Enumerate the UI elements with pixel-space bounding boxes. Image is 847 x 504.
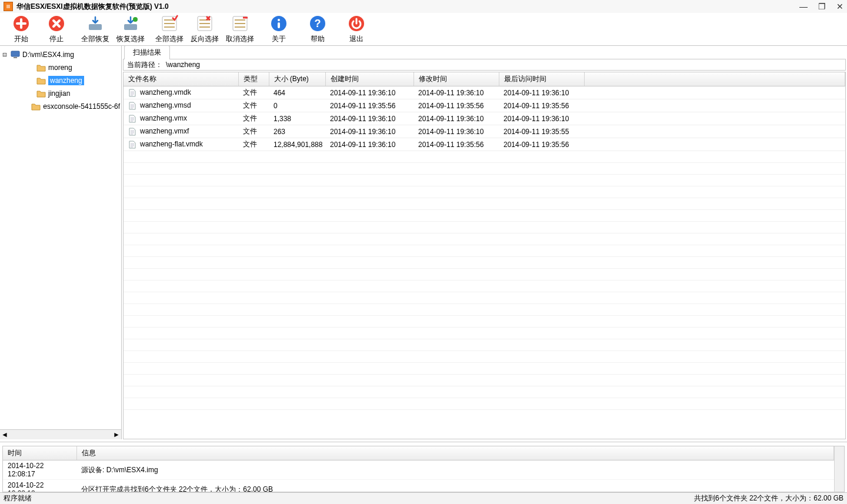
about-button[interactable]: 关于: [261, 14, 296, 45]
checklist-all-icon: [160, 14, 179, 33]
tree-folder-item[interactable]: jingjian: [1, 87, 120, 100]
table-row-empty: [124, 233, 845, 245]
start-button[interactable]: 开始: [4, 14, 39, 45]
table-row-empty: [124, 175, 845, 186]
table-row[interactable]: wanzheng.vmx文件1,3382014-09-11 19:36:1020…: [124, 112, 845, 125]
table-row-empty: [124, 186, 845, 198]
recover-all-button[interactable]: 全部恢复: [78, 14, 113, 45]
col-ctime[interactable]: 创建时间: [325, 72, 414, 86]
tree-view[interactable]: ⊟ D:\vm\ESX4.img morengwanzhengjingjiane…: [0, 46, 121, 429]
cell-name: wanzheng.vmdk: [140, 88, 191, 96]
window-minimize-button[interactable]: —: [799, 2, 808, 11]
table-row[interactable]: wanzheng.vmsd文件02014-09-11 19:35:562014-…: [124, 99, 845, 112]
cell-type: 文件: [238, 99, 269, 112]
log-row[interactable]: 2014-10-22 12:08:18分区打开完成共找到6个文件夹 22个文件，…: [3, 480, 834, 492]
tree-horizontal-scrollbar[interactable]: ◄ ►: [0, 429, 121, 439]
file-icon: [128, 89, 136, 97]
select-all-button[interactable]: 全部选择: [152, 14, 187, 45]
log-col-time[interactable]: 时间: [3, 446, 76, 460]
status-ready: 程序就绪: [4, 493, 32, 503]
question-circle-icon: ?: [308, 14, 327, 33]
log-cell-time: 2014-10-22 12:08:18: [3, 480, 76, 492]
cell-size: 0: [269, 99, 325, 112]
svg-rect-11: [278, 22, 280, 28]
folder-icon: [36, 76, 46, 85]
file-grid[interactable]: 文件名称 类型 大小 (Byte) 创建时间 修改时间 最后访问时间 wanzh…: [123, 72, 846, 439]
col-type[interactable]: 类型: [238, 72, 269, 86]
tree-pane: ⊟ D:\vm\ESX4.img morengwanzhengjingjiane…: [0, 46, 122, 439]
cell-atime: 2014-09-11 19:36:10: [499, 112, 584, 125]
table-row[interactable]: wanzheng.vmxf文件2632014-09-11 19:36:10201…: [124, 125, 845, 138]
log-row[interactable]: 2014-10-22 12:08:17源设备: D:\vm\ESX4.img: [3, 460, 834, 480]
cell-atime: 2014-09-11 19:35:56: [499, 99, 584, 112]
window-close-button[interactable]: ✕: [836, 2, 843, 11]
cell-atime: 2014-09-11 19:35:55: [499, 125, 584, 138]
log-grid[interactable]: 时间 信息 2014-10-22 12:08:17源设备: D:\vm\ESX4…: [3, 446, 834, 492]
cell-name: wanzheng.vmsd: [140, 101, 191, 109]
recover-selected-button[interactable]: 恢复选择: [113, 14, 148, 45]
tree-root[interactable]: ⊟ D:\vm\ESX4.img: [1, 48, 120, 61]
cancel-select-button[interactable]: 取消选择: [222, 14, 258, 45]
cell-size: 1,338: [269, 112, 325, 125]
tree-folder-item[interactable]: esxconsole-5411555c-6f: [1, 100, 120, 113]
table-row-empty: [124, 398, 845, 410]
invert-select-button[interactable]: 反向选择: [187, 14, 222, 45]
tab-scan-result[interactable]: 扫描结果: [124, 45, 170, 59]
table-row-empty: [124, 292, 845, 304]
recover-selected-label: 恢复选择: [116, 34, 145, 44]
tree-folder-item[interactable]: moreng: [1, 61, 120, 74]
tab-scan-result-label: 扫描结果: [133, 48, 161, 56]
folder-icon: [36, 89, 46, 98]
table-row-empty: [124, 198, 845, 210]
svg-rect-4: [124, 24, 137, 30]
col-mtime[interactable]: 修改时间: [414, 72, 499, 86]
grid-header-row: 文件名称 类型 大小 (Byte) 创建时间 修改时间 最后访问时间: [124, 72, 845, 86]
cancel-select-label: 取消选择: [226, 34, 254, 44]
checklist-invert-icon: [195, 14, 214, 33]
col-name[interactable]: 文件名称: [124, 72, 238, 86]
log-vertical-scrollbar[interactable]: [834, 446, 844, 492]
tree-folder-item[interactable]: wanzheng: [1, 74, 120, 87]
cell-size: 263: [269, 125, 325, 138]
cell-atime: 2014-09-11 19:35:56: [499, 138, 584, 151]
cell-mtime: 2014-09-11 19:36:10: [414, 125, 499, 138]
scroll-right-icon[interactable]: ►: [113, 430, 120, 439]
cell-name: wanzheng.vmxf: [140, 127, 189, 135]
table-row-empty: [124, 351, 845, 363]
plus-circle-icon: [12, 14, 31, 33]
window-maximize-button[interactable]: ❐: [818, 2, 826, 11]
exit-button[interactable]: 退出: [339, 14, 374, 45]
help-label: 帮助: [311, 34, 325, 44]
tree-item-label: wanzheng: [48, 76, 84, 85]
log-cell-info: 源设备: D:\vm\ESX4.img: [76, 460, 834, 480]
table-row-empty: [124, 210, 845, 222]
svg-point-10: [278, 19, 280, 21]
file-icon: [128, 141, 136, 149]
help-button[interactable]: ? 帮助: [300, 14, 335, 45]
collapse-icon[interactable]: ⊟: [1, 51, 8, 59]
disk-arrow-all-icon: [86, 14, 105, 33]
cell-type: 文件: [238, 125, 269, 138]
computer-icon: [11, 50, 20, 59]
col-atime[interactable]: 最后访问时间: [499, 72, 584, 86]
table-row-empty: [124, 151, 845, 163]
cell-ctime: 2014-09-11 19:36:10: [325, 86, 414, 99]
stop-button[interactable]: 停止: [39, 14, 74, 45]
tree-item-label: jingjian: [48, 89, 70, 98]
cell-ctime: 2014-09-11 19:36:10: [325, 112, 414, 125]
cell-mtime: 2014-09-11 19:35:56: [414, 99, 499, 112]
log-col-info[interactable]: 信息: [76, 446, 834, 460]
app-icon: [4, 2, 13, 11]
table-row-empty: [124, 304, 845, 316]
cell-mtime: 2014-09-11 19:36:10: [414, 86, 499, 99]
scroll-left-icon[interactable]: ◄: [1, 430, 8, 439]
col-size[interactable]: 大小 (Byte): [269, 72, 325, 86]
table-row[interactable]: wanzheng-flat.vmdk文件12,884,901,8882014-0…: [124, 138, 845, 151]
log-pane: 时间 信息 2014-10-22 12:08:17源设备: D:\vm\ESX4…: [0, 442, 847, 492]
table-row-empty: [124, 386, 845, 398]
cell-mtime: 2014-09-11 19:35:56: [414, 138, 499, 151]
svg-text:?: ?: [315, 18, 321, 29]
svg-point-5: [133, 17, 138, 22]
table-row[interactable]: wanzheng.vmdk文件4642014-09-11 19:36:10201…: [124, 86, 845, 99]
cell-type: 文件: [238, 86, 269, 99]
